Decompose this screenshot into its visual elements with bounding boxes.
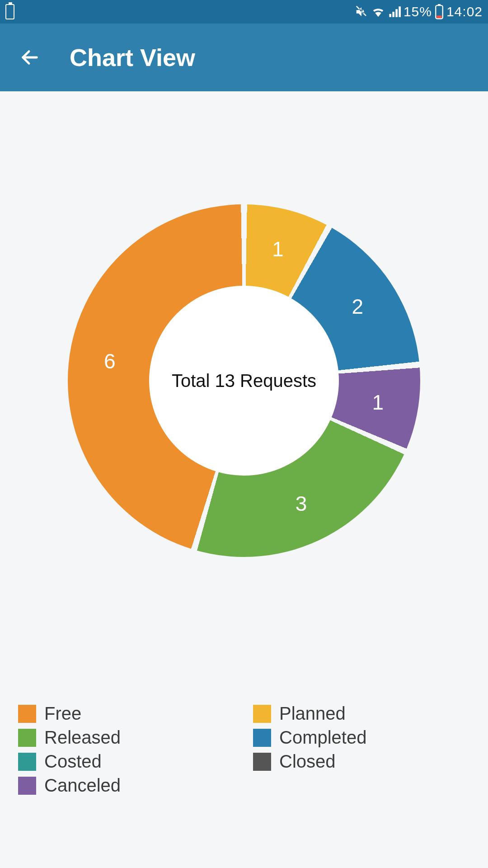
legend-item-completed[interactable]: Completed — [253, 727, 470, 748]
back-button[interactable] — [17, 45, 42, 70]
legend-label-released: Released — [44, 727, 121, 748]
svg-rect-1 — [438, 4, 441, 5]
legend-item-canceled[interactable]: Canceled — [18, 775, 235, 796]
chart-area: Total 13 Requests 12136 — [0, 91, 488, 670]
status-bar: ! 15% 14:02 — [0, 0, 488, 24]
battery-alert-glyph: ! — [9, 5, 11, 19]
legend-empty — [253, 775, 470, 796]
legend-swatch-canceled — [18, 777, 36, 795]
clock-time: 14:02 — [446, 4, 483, 19]
battery-low-icon — [435, 4, 444, 19]
donut-chart: Total 13 Requests 12136 — [68, 204, 420, 557]
mute-icon — [355, 5, 368, 19]
chart-center-label: Total 13 Requests — [172, 371, 316, 391]
signal-icon — [388, 5, 401, 19]
legend-item-released[interactable]: Released — [18, 727, 235, 748]
app-bar: Chart View — [0, 24, 488, 91]
page-title: Chart View — [70, 43, 195, 71]
wifi-icon — [371, 5, 385, 19]
legend-label-canceled: Canceled — [44, 775, 121, 796]
arrow-left-icon — [19, 47, 40, 68]
status-right: 15% 14:02 — [355, 4, 483, 19]
legend-label-costed: Costed — [44, 751, 102, 772]
battery-percent: 15% — [404, 4, 432, 19]
legend-item-planned[interactable]: Planned — [253, 703, 470, 724]
legend-item-closed[interactable]: Closed — [253, 751, 470, 772]
svg-rect-2 — [437, 16, 442, 18]
legend-label-closed: Closed — [279, 751, 336, 772]
donut-hole: Total 13 Requests — [149, 286, 339, 476]
chart-legend: FreePlannedReleasedCompletedCostedClosed… — [18, 703, 470, 796]
battery-alert-icon: ! — [5, 4, 14, 19]
legend-swatch-free — [18, 705, 36, 723]
legend-swatch-closed — [253, 753, 271, 771]
legend-item-costed[interactable]: Costed — [18, 751, 235, 772]
legend-swatch-planned — [253, 705, 271, 723]
legend-swatch-completed — [253, 729, 271, 747]
legend-label-free: Free — [44, 703, 81, 724]
legend-label-planned: Planned — [279, 703, 346, 724]
legend-label-completed: Completed — [279, 727, 366, 748]
legend-swatch-released — [18, 729, 36, 747]
legend-swatch-costed — [18, 753, 36, 771]
status-left: ! — [5, 4, 14, 19]
legend-item-free[interactable]: Free — [18, 703, 235, 724]
